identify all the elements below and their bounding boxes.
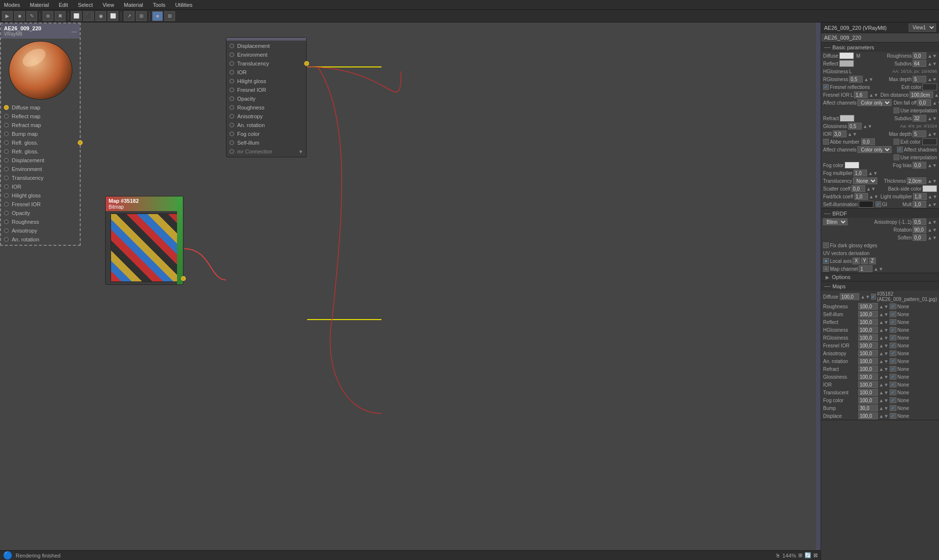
- brdf-header[interactable]: — BRDF: [821, 209, 939, 218]
- maps-refract-val[interactable]: [858, 366, 878, 372]
- local-axis-radio[interactable]: ●: [823, 258, 829, 264]
- maps-roughness-val[interactable]: [858, 303, 878, 310]
- maps-ior-check[interactable]: ✓: [890, 382, 896, 388]
- conn-refract-map[interactable]: Refract map: [1, 121, 80, 129]
- self-illum-swatch[interactable]: [859, 201, 873, 208]
- tb-btn-7[interactable]: ⬛: [83, 11, 94, 21]
- abbe-input[interactable]: [861, 138, 875, 145]
- self-illum-gi-checkbox[interactable]: ✓: [875, 201, 881, 207]
- thickness-input[interactable]: [907, 177, 926, 184]
- brdf-type-select[interactable]: Blinn: [823, 218, 848, 225]
- roughness-input-1[interactable]: [913, 52, 926, 59]
- menu-material[interactable]: Material: [28, 2, 51, 8]
- fix-dark-checkbox[interactable]: [823, 242, 829, 248]
- conn-opacity-b[interactable]: Opacity: [1, 209, 80, 217]
- use-interp-checkbox[interactable]: [894, 108, 899, 113]
- connector-an-rotation-top[interactable]: An. rotation: [226, 121, 306, 129]
- menu-edit[interactable]: Edit: [57, 2, 70, 8]
- connector-displacement[interactable]: Displacement: [226, 42, 306, 50]
- fresnel-ior-input[interactable]: [854, 91, 868, 98]
- exit-color-swatch[interactable]: [922, 84, 937, 90]
- menu-view[interactable]: View: [101, 2, 116, 8]
- maps-roughness-check[interactable]: ✓: [890, 303, 896, 309]
- connector-translucency[interactable]: Translucency: [226, 59, 306, 68]
- exit-color2-swatch[interactable]: [922, 138, 937, 145]
- maps-fresnel-ior-check[interactable]: ✓: [890, 343, 896, 348]
- conn-bump-map[interactable]: Bump map: [1, 129, 80, 138]
- tb-btn-2[interactable]: ■: [14, 11, 25, 21]
- tb-btn-12[interactable]: ■: [152, 11, 163, 21]
- maps-displace-val[interactable]: [858, 412, 878, 419]
- viewport[interactable]: View1 Displac: [0, 22, 821, 560]
- connector-ior[interactable]: IOR: [226, 68, 306, 77]
- tb-btn-4[interactable]: ⊕: [43, 11, 53, 21]
- maps-self-illum-check[interactable]: ✓: [890, 311, 896, 317]
- tb-btn-1[interactable]: ▶: [2, 11, 13, 21]
- maps-an-rotation-val[interactable]: [858, 358, 878, 365]
- maps-glossiness-val[interactable]: [858, 373, 878, 380]
- y-btn[interactable]: Y: [861, 258, 868, 264]
- maps-ior-val[interactable]: [858, 381, 878, 388]
- maps-diffuse-val[interactable]: [840, 293, 859, 300]
- conn-diffuse-map[interactable]: Diffuse map: [1, 103, 80, 112]
- maps-bump-val[interactable]: [858, 405, 878, 411]
- connector-fresnel-ior[interactable]: Fresnel IOR: [226, 86, 306, 94]
- refract-swatch[interactable]: [840, 115, 854, 122]
- tb-btn-5[interactable]: ✖: [55, 11, 66, 21]
- affect-shadows-checkbox[interactable]: ✓: [897, 147, 903, 152]
- scatter-input[interactable]: [851, 185, 865, 192]
- z-btn[interactable]: Z: [869, 258, 876, 264]
- tb-btn-9[interactable]: ⬜: [108, 11, 118, 21]
- maps-self-illum-val[interactable]: [858, 311, 878, 318]
- connector-environment[interactable]: Environment: [226, 50, 306, 59]
- dim-fall-input[interactable]: [917, 99, 931, 106]
- maps-anisotropy-check[interactable]: ✓: [890, 350, 896, 356]
- maps-translucent-val[interactable]: [858, 389, 878, 396]
- refract-subdivs-input[interactable]: [913, 115, 926, 122]
- conn-environment-b[interactable]: Environment: [1, 165, 80, 173]
- conn-anisotropy-b[interactable]: Anisotropy: [1, 226, 80, 235]
- fresnel-ior-l[interactable]: L: [850, 92, 853, 98]
- maps-fresnel-ior-val[interactable]: [858, 342, 878, 349]
- affect-channels-select[interactable]: Color only: [857, 99, 892, 106]
- conn-refr-gloss[interactable]: Refr. gloss.: [1, 147, 80, 156]
- maps-reflect-check[interactable]: ✓: [890, 319, 896, 325]
- menu-utilities[interactable]: Utilities: [173, 2, 194, 8]
- view-dropdown[interactable]: View1: [909, 23, 936, 32]
- use-interp2-checkbox[interactable]: [894, 154, 899, 160]
- map-channel-radio[interactable]: ○: [823, 266, 829, 272]
- maps-rglosiness-check[interactable]: ✓: [890, 335, 896, 341]
- conn-ior-b[interactable]: IOR: [1, 182, 80, 191]
- conn-fresnel-ior-b[interactable]: Fresnel IOR: [1, 200, 80, 209]
- fog-bias-input[interactable]: [913, 162, 926, 169]
- maps-fog-val[interactable]: [858, 397, 878, 404]
- abbe-checkbox[interactable]: [823, 139, 829, 145]
- max-depth-input[interactable]: [913, 76, 926, 83]
- maps-displace-check[interactable]: ✓: [890, 413, 896, 419]
- fog-mult-input[interactable]: [853, 170, 867, 176]
- connector-anisotropy-top[interactable]: Anisotropy: [226, 112, 306, 121]
- fwdbck-input[interactable]: [854, 193, 868, 200]
- ior-input[interactable]: [833, 130, 847, 137]
- tb-btn-3[interactable]: ✎: [26, 11, 37, 21]
- menu-tools[interactable]: Tools: [151, 2, 167, 8]
- map-channel-input[interactable]: [859, 265, 872, 272]
- bitmap-node[interactable]: Map #35182 Bitmap: [105, 196, 183, 285]
- conn-an-rotation-b[interactable]: An. rotation: [1, 235, 80, 244]
- maps-refract-check[interactable]: ✓: [890, 366, 896, 372]
- top-node[interactable]: Displacement Environment Translucency: [226, 37, 307, 157]
- maps-header[interactable]: — Maps: [821, 281, 939, 291]
- conn-hilight-b[interactable]: Hilight gloss: [1, 191, 80, 200]
- conn-refl-gloss[interactable]: Refl. gloss.: [1, 138, 80, 147]
- x-btn[interactable]: X: [852, 258, 860, 264]
- menu-material2[interactable]: Material: [122, 2, 145, 8]
- maps-reflect-val[interactable]: [858, 319, 878, 325]
- fresnel-checkbox[interactable]: ✓: [823, 84, 829, 90]
- dim-dist-input[interactable]: [910, 91, 933, 98]
- menu-select[interactable]: Select: [76, 2, 95, 8]
- maps-hglosiness-val[interactable]: [858, 326, 878, 333]
- conn-displacement-b[interactable]: Displacement: [1, 156, 80, 165]
- anisotropy-input-rp[interactable]: [913, 218, 926, 225]
- vraymtl-node[interactable]: AE26_009_220 VRayMtl — Diffuse map: [0, 22, 81, 246]
- maps-diffuse-map[interactable]: #35182 (AE26_009_pattern_01.jpg): [877, 291, 937, 302]
